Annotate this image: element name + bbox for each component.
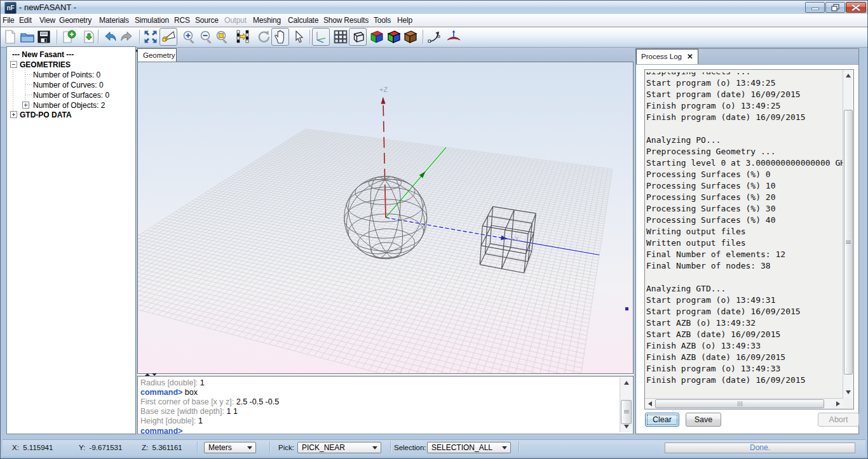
view-axes-button[interactable] xyxy=(312,28,330,46)
tab-process-log[interactable]: Process Log✕ xyxy=(636,49,698,64)
pick-combo-part: PICK_NEAR xyxy=(302,443,345,452)
undo-button[interactable] xyxy=(102,29,118,45)
redo-button[interactable] xyxy=(119,29,135,45)
open-folder-button[interactable] xyxy=(19,29,36,45)
restore-icon-part xyxy=(832,6,837,11)
clear-button[interactable]: Clear xyxy=(645,413,679,427)
view-shaded-button[interactable] xyxy=(369,29,385,45)
menu-source[interactable]: Source xyxy=(195,16,219,25)
view-wireframe-button[interactable] xyxy=(349,28,367,46)
rotate-geometry-button[interactable] xyxy=(426,29,443,45)
console-line: First corner of base [x y z]: 2.5 -0.5 -… xyxy=(140,397,279,406)
menu-materials[interactable]: Materials xyxy=(99,16,129,25)
menu-rcs[interactable]: RCS xyxy=(174,16,190,25)
save-file-button[interactable] xyxy=(36,29,52,45)
tab-close-icon[interactable]: ✕ xyxy=(687,50,693,63)
menu-geometry[interactable]: Geometry xyxy=(59,16,92,25)
command-console[interactable]: Radius [double]: 1command> boxFirst corn… xyxy=(137,376,634,434)
menu-help[interactable]: Help xyxy=(397,16,412,25)
scroll-grip-part xyxy=(846,243,851,244)
menu-output[interactable]: Output xyxy=(224,16,247,25)
menu-meshing[interactable]: Meshing xyxy=(253,16,281,25)
menu-tools[interactable]: Tools xyxy=(374,16,391,25)
tree-item-gtd-po-data[interactable]: GTD-PO DATA xyxy=(20,110,72,119)
move-points-button[interactable] xyxy=(234,29,251,45)
collapse-icon-part xyxy=(12,64,15,65)
zoom-in-button[interactable] xyxy=(181,29,198,45)
far-field-button[interactable] xyxy=(445,29,462,45)
select-cursor-button[interactable] xyxy=(291,29,308,45)
zoom-in-icon-part-part xyxy=(189,39,194,44)
zoom-model-button[interactable] xyxy=(159,28,177,46)
view-axes-icon-part-part xyxy=(317,38,325,40)
scroll-up-icon xyxy=(846,74,851,77)
tree-item-number-of-points-0[interactable]: Number of Points: 0 xyxy=(33,70,100,79)
tree-item-number-of-surfaces-0[interactable]: Number of Surfaces: 0 xyxy=(33,91,109,100)
scroll-up-icon xyxy=(624,381,629,385)
view-grid-icon-part xyxy=(334,30,348,44)
zoom-out-icon xyxy=(199,30,214,44)
view-axes-icon-part xyxy=(314,30,328,44)
menu-bar: FileEditViewGeometryMaterialsSimulationR… xyxy=(0,14,868,27)
tab-geometry[interactable]: Geometry xyxy=(137,48,177,63)
rotate-geometry-icon-part-part xyxy=(428,40,431,43)
new-file-icon xyxy=(3,30,18,44)
save-button[interactable]: Save xyxy=(686,413,721,427)
selection-combo[interactable]: SELECTION_ALL xyxy=(427,442,511,453)
title-bar[interactable]: nF - newFASANT - xyxy=(0,1,868,14)
zoom-window-button[interactable] xyxy=(214,29,231,45)
console-line-part: Height [double]: xyxy=(140,416,198,425)
units-combo-part: Meters xyxy=(208,443,232,452)
tree-item-number-of-curves-0[interactable]: Number of Curves: 0 xyxy=(33,81,104,90)
process-log-hscrollbar[interactable] xyxy=(645,398,843,409)
process-log-vscrollbar[interactable] xyxy=(843,70,853,398)
select-cursor-icon-part-part xyxy=(296,31,302,43)
scroll-thumb xyxy=(621,400,632,424)
menu-edit[interactable]: Edit xyxy=(19,16,32,25)
viewport-3d[interactable]: +Z+X xyxy=(137,62,634,374)
new-file-button[interactable] xyxy=(2,29,18,45)
expand-icon[interactable] xyxy=(10,111,17,118)
import-geometry-icon-part xyxy=(83,30,97,44)
console-line-part: Base size [width depth]: xyxy=(140,407,227,416)
tree-connector xyxy=(25,67,25,103)
close-icon xyxy=(851,4,860,11)
menu-view[interactable]: View xyxy=(39,16,55,25)
console-scrollbar[interactable] xyxy=(620,377,632,432)
units-combo[interactable]: Meters xyxy=(204,442,256,453)
process-log-console[interactable]: Displaying facets ... Start program (o) … xyxy=(644,69,854,409)
zoom-fit-button[interactable] xyxy=(142,29,159,45)
chevron-down-icon xyxy=(247,446,252,449)
view-grid-button[interactable] xyxy=(332,29,349,45)
redo-icon xyxy=(119,30,135,44)
open-folder-icon-part-part xyxy=(21,36,34,42)
rotate-view-button[interactable] xyxy=(255,29,272,45)
menu-simulation[interactable]: Simulation xyxy=(135,16,169,25)
tree-item-number-of-objects-2[interactable]: Number of Objects: 2 xyxy=(33,101,105,110)
collapse-icon[interactable] xyxy=(10,61,17,68)
toolbar-separator xyxy=(57,30,57,44)
zoom-out-icon-part-part xyxy=(203,35,208,36)
close-button[interactable] xyxy=(846,2,866,13)
tree-item-geometries[interactable]: GEOMETRIES xyxy=(20,60,71,69)
tree-item-new-fasant[interactable]: --- New Fasant --- xyxy=(12,50,74,59)
menu-show-results[interactable]: Show Results xyxy=(323,16,369,25)
minimize-button[interactable] xyxy=(805,2,825,13)
pan-view-button[interactable] xyxy=(271,28,289,46)
undo-icon-part xyxy=(103,31,117,43)
restore-button[interactable] xyxy=(825,2,845,13)
save-button-part: Save xyxy=(686,413,721,426)
zoom-fit-icon-part-part-part xyxy=(145,38,150,43)
axis-label: +Z xyxy=(379,86,388,93)
menu-file[interactable]: File xyxy=(3,16,15,25)
import-geometry-button[interactable] xyxy=(81,29,98,45)
view-solid-button[interactable] xyxy=(402,29,419,45)
view-flat-button[interactable] xyxy=(386,29,402,45)
zoom-out-button[interactable] xyxy=(198,29,215,45)
pick-combo[interactable]: PICK_NEAR xyxy=(297,442,381,453)
tree-connector xyxy=(25,84,32,85)
add-geometry-button[interactable] xyxy=(61,29,78,45)
tree-item-geometries-part: GEOMETRIES xyxy=(20,60,71,69)
rotate-geometry-icon xyxy=(427,30,442,44)
menu-calculate[interactable]: Calculate xyxy=(288,16,318,25)
